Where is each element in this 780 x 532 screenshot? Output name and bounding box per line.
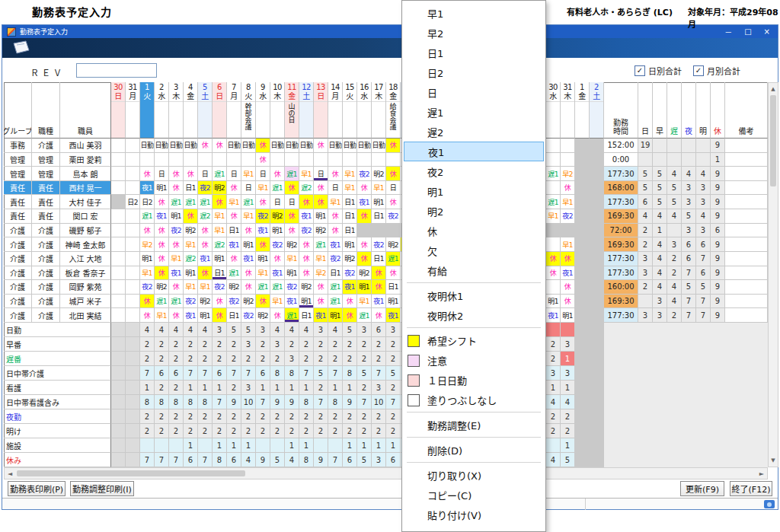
menu-item-label: 遅2 [427, 125, 443, 139]
menu-item-休[interactable]: 休 [402, 221, 545, 241]
menu-item-label: 日1 [427, 46, 443, 60]
vertical-scrollbar[interactable]: ▲ ▼ [768, 82, 778, 467]
scroll-right-icon[interactable]: ► [759, 470, 764, 477]
horizontal-scrollbar[interactable]: ◄ ► [4, 467, 768, 479]
menu-item-塗りつぶしなし[interactable]: 塗りつぶしなし [402, 390, 545, 409]
menu-separator [402, 325, 545, 330]
menu-item-夜1[interactable]: 夜1 [404, 142, 544, 161]
menu-item-label: 休 [427, 224, 437, 238]
menu-separator [402, 409, 545, 415]
checkbox-checked-icon [635, 65, 645, 76]
menu-item-日2[interactable]: 日2 [402, 62, 545, 82]
menu-item-label: 切り取り(X) [427, 468, 481, 483]
update-button[interactable]: 更新(F9) [680, 481, 724, 496]
status-bar [2, 498, 778, 509]
monthly-total-label: 月別合計 [707, 65, 740, 77]
menu-item-label: 欠 [427, 244, 437, 258]
menu-item-label: 有給 [427, 263, 447, 278]
rev-input[interactable] [76, 63, 157, 78]
menu-item-label: 早1 [427, 6, 443, 21]
window-title: 勤務表予定入力 [20, 27, 68, 37]
menu-item-label: 注意 [427, 353, 447, 368]
scroll-up-icon[interactable]: ▲ [769, 86, 778, 92]
menu-item-label: 希望シフト [427, 333, 477, 348]
menu-item-label: 遅1 [427, 105, 443, 119]
horizontal-scroll-thumb[interactable] [17, 470, 245, 476]
daily-total-label: 日別合計 [648, 65, 682, 77]
menu-item-label: 明1 [427, 184, 443, 199]
rev-label: ＲＥＶ [30, 66, 65, 78]
menu-item-label: 日2 [427, 65, 443, 80]
menu-item-明1[interactable]: 明1 [402, 181, 545, 201]
menu-item-label: 削除(D) [427, 443, 462, 457]
menu-item-label: 明2 [427, 204, 443, 218]
print-schedule-button[interactable]: 勤務表印刷(P) [8, 481, 66, 496]
menu-item-有給[interactable]: 有給 [402, 260, 545, 280]
menu-item-勤務調整(E)[interactable]: 勤務調整(E) [402, 415, 545, 435]
page-title: 勤務表予定入力 [32, 4, 112, 19]
daily-total-checkbox[interactable]: 日別合計 [635, 65, 682, 77]
menu-item-夜明休1[interactable]: 夜明休1 [402, 285, 545, 305]
app-icon [7, 27, 16, 37]
status-divider [585, 499, 586, 510]
menu-item-注意[interactable]: 注意 [402, 350, 545, 370]
menu-item-label: 塗りつぶしなし [427, 393, 497, 407]
menu-item-１日日勤[interactable]: １日日勤 [402, 370, 545, 390]
document-icon [12, 40, 30, 58]
menu-separator [402, 460, 545, 465]
print-adjust-button[interactable]: 勤務調整印刷(I) [70, 481, 134, 496]
camera-icon[interactable] [764, 500, 775, 508]
shift-context-menu: 早1早2日1日2日遅1遅2夜1夜2明1明2休欠有給夜明休1夜明休2希望シフト注意… [401, 0, 546, 532]
menu-item-希望シフト[interactable]: 希望シフト [402, 330, 545, 350]
color-swatch-icon [408, 394, 420, 406]
menu-item-欠[interactable]: 欠 [402, 241, 545, 260]
monthly-total-checkbox[interactable]: 月別合計 [693, 65, 740, 77]
menu-item-label: コピー(C) [427, 488, 472, 502]
schedule-grid [4, 82, 768, 467]
menu-item-遅2[interactable]: 遅2 [402, 122, 545, 142]
menu-item-遅1[interactable]: 遅1 [402, 102, 545, 122]
menu-item-label: 日 [427, 85, 437, 100]
color-swatch-icon [408, 335, 420, 347]
color-swatch-icon [408, 374, 420, 387]
menu-item-日1[interactable]: 日1 [402, 43, 545, 62]
menu-item-貼り付け(V)[interactable]: 貼り付け(V) [402, 505, 545, 524]
color-swatch-icon [408, 355, 420, 367]
menu-item-label: 夜明休1 [427, 288, 463, 303]
screen: 勤務表予定入力 － □ × 勤務表予定入力 有料老人ホ・あららぎ (LC) 対象… [0, 0, 780, 532]
menu-item-明2[interactable]: 明2 [402, 201, 545, 221]
checkbox-checked-icon [693, 65, 704, 76]
menu-item-label: １日日勤 [427, 373, 467, 387]
menu-item-label: 早2 [427, 26, 443, 40]
menu-item-label: 夜2 [427, 164, 443, 179]
menu-item-日[interactable]: 日 [402, 82, 545, 102]
menu-item-早2[interactable]: 早2 [402, 23, 545, 43]
menu-item-夜2[interactable]: 夜2 [402, 161, 545, 181]
menu-item-早1[interactable]: 早1 [402, 3, 545, 23]
menu-item-コピー(C)[interactable]: コピー(C) [402, 485, 545, 505]
menu-item-label: 夜明休2 [427, 308, 463, 323]
menu-item-切り取り(X)[interactable]: 切り取り(X) [402, 465, 545, 485]
facility-name: 有料老人ホ・あららぎ (LC) [567, 5, 673, 18]
menu-item-label: 夜1 [428, 145, 444, 159]
menu-item-label: 貼り付け(V) [427, 508, 481, 522]
exit-button[interactable]: 終了(F12) [730, 481, 772, 496]
menu-separator [402, 280, 545, 285]
menu-separator [402, 435, 545, 440]
header-banner [2, 38, 778, 58]
menu-item-label: 勤務調整(E) [427, 418, 481, 432]
target-month: 対象年月：平成29年08月 [688, 5, 780, 30]
vertical-scroll-thumb[interactable] [770, 95, 776, 186]
scroll-down-icon[interactable]: ▼ [769, 457, 778, 464]
menu-item-削除(D)[interactable]: 削除(D) [402, 440, 545, 460]
window-titlebar: 勤務表予定入力 － □ × [2, 25, 778, 38]
scroll-left-icon[interactable]: ◄ [8, 470, 12, 477]
menu-item-夜明休2[interactable]: 夜明休2 [402, 305, 545, 325]
